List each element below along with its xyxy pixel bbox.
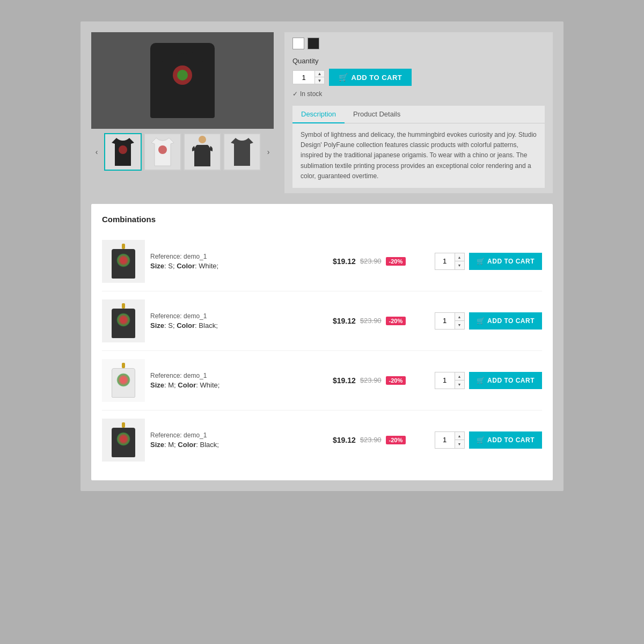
combo-qty-input-4[interactable] — [435, 432, 455, 448]
combo-row-4: Reference: demo_1 Size: M; Color: Black;… — [102, 411, 542, 470]
price-current-2: $19.12 — [333, 317, 356, 325]
shirt-hanger-2 — [122, 303, 125, 309]
tab-description[interactable]: Description — [292, 106, 345, 123]
combo-add-label-2: ADD TO CART — [487, 317, 535, 325]
shirt-body-4 — [112, 428, 135, 457]
combo-qty-up-2[interactable]: ▲ — [455, 313, 464, 321]
in-stock-indicator: ✓ In stock — [292, 90, 545, 98]
combo-add-label-3: ADD TO CART — [487, 377, 535, 384]
svg-point-2 — [119, 145, 127, 154]
prev-thumb-arrow[interactable]: ‹ — [91, 147, 102, 157]
color-swatches — [292, 38, 545, 49]
thumb-2[interactable] — [184, 133, 221, 171]
combo-thumb-2 — [102, 299, 145, 342]
combo-cart-2: ▲ ▼ 🛒 ADD TO CART — [424, 312, 542, 330]
combo-qty-up-4[interactable]: ▲ — [455, 432, 464, 441]
price-old-1: $23.90 — [360, 257, 382, 265]
thumb-3[interactable] — [223, 133, 261, 171]
add-to-cart-button[interactable]: 🛒 ADD TO CART — [329, 69, 412, 86]
combo-cart-3: ▲ ▼ 🛒 ADD TO CART — [424, 372, 542, 389]
combo-qty-down-1[interactable]: ▼ — [455, 261, 464, 269]
combo-pricing-3: $19.12 $23.90 -20% — [333, 376, 419, 385]
combo-row-2: Reference: demo_1 Size: S; Color: Black;… — [102, 291, 542, 351]
combo-qty-down-4[interactable]: ▼ — [455, 440, 464, 448]
discount-badge-2: -20% — [386, 317, 406, 325]
combinations-title: Combinations — [102, 215, 542, 224]
swatch-white[interactable] — [292, 38, 304, 49]
combo-row-3: Reference: demo_1 Size: M; Color: White;… — [102, 351, 542, 411]
svg-point-4 — [199, 136, 206, 143]
quantity-input[interactable] — [293, 71, 314, 84]
combo-ref-2: Reference: demo_1 — [150, 312, 327, 320]
combo-add-to-cart-btn-1[interactable]: 🛒 ADD TO CART — [469, 253, 542, 270]
combo-attrs-4: Size: M; Color: Black; — [150, 441, 327, 449]
combo-add-to-cart-btn-4[interactable]: 🛒 ADD TO CART — [469, 431, 542, 449]
shirt-hanger-1 — [122, 244, 125, 249]
swatch-black[interactable] — [308, 38, 319, 49]
combo-details-2: Reference: demo_1 Size: S; Color: Black; — [150, 312, 327, 330]
add-to-cart-label: ADD TO CART — [352, 74, 402, 82]
combo-ref-3: Reference: demo_1 — [150, 372, 327, 379]
combo-ref-1: Reference: demo_1 — [150, 253, 327, 260]
discount-badge-1: -20% — [386, 257, 406, 266]
price-old-4: $23.90 — [360, 436, 382, 444]
shirt-hanger-4 — [122, 422, 125, 428]
cart-icon: 🛒 — [339, 73, 348, 82]
thumbnail-row: ‹ › — [91, 133, 274, 171]
qty-box-1: ▲ ▼ — [435, 253, 465, 270]
combo-qty-down-2[interactable]: ▼ — [455, 321, 464, 329]
next-thumb-arrow[interactable]: › — [263, 147, 274, 157]
combo-cart-icon-4: 🛒 — [477, 436, 485, 444]
tab-content-description: Symbol of lightness and delicacy, the hu… — [292, 123, 545, 188]
discount-badge-3: -20% — [386, 376, 406, 385]
price-current-1: $19.12 — [333, 257, 356, 266]
tabs-section: Description Product Details Symbol of li… — [292, 106, 545, 188]
in-stock-label: In stock — [300, 90, 322, 98]
qty-box-4: ▲ ▼ — [435, 431, 465, 449]
combo-thumb-3 — [102, 359, 145, 402]
combo-qty-down-3[interactable]: ▼ — [455, 380, 464, 389]
discount-badge-4: -20% — [386, 436, 406, 444]
shirt-body-1 — [112, 249, 135, 279]
combo-attrs-3: Size: M; Color: White; — [150, 381, 327, 389]
combo-cart-4: ▲ ▼ 🛒 ADD TO CART — [424, 431, 542, 449]
combinations-section: Combinations Reference: demo_1 Size: S; … — [91, 204, 553, 480]
combo-add-label-4: ADD TO CART — [487, 436, 535, 444]
page-wrapper: ‹ › — [80, 21, 564, 491]
tab-product-details[interactable]: Product Details — [345, 106, 409, 123]
combo-qty-up-3[interactable]: ▲ — [455, 372, 464, 381]
shirt-design-2 — [116, 313, 130, 327]
qty-box-3: ▲ ▼ — [435, 372, 465, 389]
combo-cart-icon-2: 🛒 — [477, 317, 485, 325]
combo-add-label-1: ADD TO CART — [487, 258, 535, 265]
price-current-3: $19.12 — [333, 376, 356, 385]
shirt-body-3 — [112, 368, 135, 398]
combo-qty-input-2[interactable] — [435, 313, 455, 329]
combo-qty-input-3[interactable] — [435, 372, 455, 389]
quantity-down-arrow[interactable]: ▼ — [315, 77, 324, 84]
product-info: Quantity ▲ ▼ 🛒 ADD TO CART — [284, 32, 553, 193]
price-current-4: $19.12 — [333, 436, 356, 444]
thumb-1[interactable] — [144, 133, 181, 171]
combo-attrs-1: Size: S; Color: White; — [150, 262, 327, 270]
combo-add-to-cart-btn-3[interactable]: 🛒 ADD TO CART — [469, 372, 542, 389]
tabs-header: Description Product Details — [292, 106, 545, 123]
combo-row-1: Reference: demo_1 Size: S; Color: White;… — [102, 232, 542, 291]
combo-pricing-1: $19.12 $23.90 -20% — [333, 257, 419, 266]
quantity-label: Quantity — [292, 57, 318, 65]
product-images: ‹ › — [91, 32, 274, 193]
combo-thumb-1 — [102, 240, 145, 283]
combo-add-to-cart-btn-2[interactable]: 🛒 ADD TO CART — [469, 312, 542, 330]
shirt-design-1 — [116, 253, 130, 267]
combo-pricing-2: $19.12 $23.90 -20% — [333, 317, 419, 325]
shirt-body-2 — [112, 309, 135, 338]
combo-qty-input-1[interactable] — [435, 253, 455, 269]
combo-cart-icon-3: 🛒 — [477, 377, 485, 384]
main-product-image — [91, 32, 274, 129]
quantity-up-arrow[interactable]: ▲ — [315, 71, 324, 77]
combo-qty-up-1[interactable]: ▲ — [455, 253, 464, 262]
quantity-arrows: ▲ ▼ — [314, 71, 324, 84]
combo-details-3: Reference: demo_1 Size: M; Color: White; — [150, 372, 327, 389]
shirt-design-4 — [116, 432, 130, 446]
thumb-0[interactable] — [104, 133, 142, 171]
